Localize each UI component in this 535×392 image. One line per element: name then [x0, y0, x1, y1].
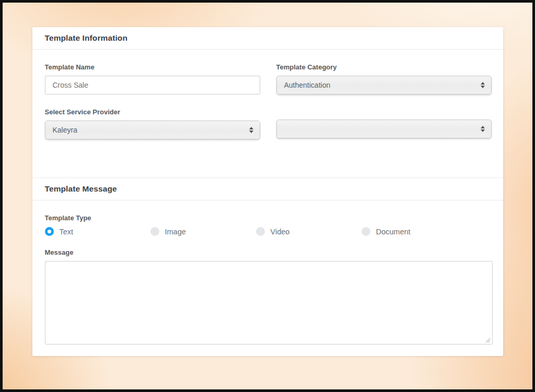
- template-name-input[interactable]: [45, 76, 260, 94]
- service-provider-label: Select Service Provider: [45, 108, 260, 116]
- up-down-arrows-icon: [481, 126, 485, 132]
- radio-label[interactable]: Text: [60, 228, 74, 236]
- radio-icon[interactable]: [150, 227, 159, 236]
- message-label: Message: [45, 248, 492, 256]
- up-down-arrows-icon: [481, 82, 485, 88]
- radio-option-video[interactable]: Video: [256, 227, 362, 236]
- template-information-body: Template Name Template Category Authenti…: [32, 50, 503, 158]
- template-information-header: Template Information: [32, 27, 503, 50]
- select-value: Authentication: [284, 81, 481, 89]
- template-message-body: Template Type Text Image Video Document …: [32, 200, 503, 356]
- secondary-select[interactable]: [276, 120, 492, 138]
- template-message-header: Template Message: [32, 178, 503, 200]
- radio-option-image[interactable]: Image: [150, 227, 256, 236]
- radio-label[interactable]: Image: [165, 228, 186, 236]
- radio-icon[interactable]: [362, 227, 370, 236]
- template-category-label: Template Category: [276, 63, 492, 71]
- section-title-template-message: Template Message: [45, 184, 117, 194]
- radio-label[interactable]: Video: [271, 228, 290, 236]
- template-name-label: Template Name: [45, 63, 260, 71]
- radio-label[interactable]: Document: [376, 228, 411, 236]
- radio-option-text[interactable]: Text: [45, 227, 150, 236]
- message-textarea[interactable]: [45, 261, 493, 345]
- up-down-arrows-icon: [249, 127, 253, 133]
- form-card: Template Information Template Name Templ…: [32, 27, 503, 356]
- section-divider-strip: [32, 158, 503, 178]
- service-provider-select[interactable]: Kaleyra: [45, 121, 260, 139]
- select-value: Kaleyra: [53, 126, 249, 134]
- template-category-select[interactable]: Authentication: [276, 76, 492, 94]
- template-type-radio-group: Text Image Video Document: [45, 227, 492, 236]
- radio-icon[interactable]: [256, 227, 265, 236]
- section-title-template-information: Template Information: [45, 33, 127, 43]
- radio-icon[interactable]: [45, 227, 54, 236]
- template-type-label: Template Type: [45, 214, 492, 222]
- radio-option-document[interactable]: Document: [362, 227, 467, 236]
